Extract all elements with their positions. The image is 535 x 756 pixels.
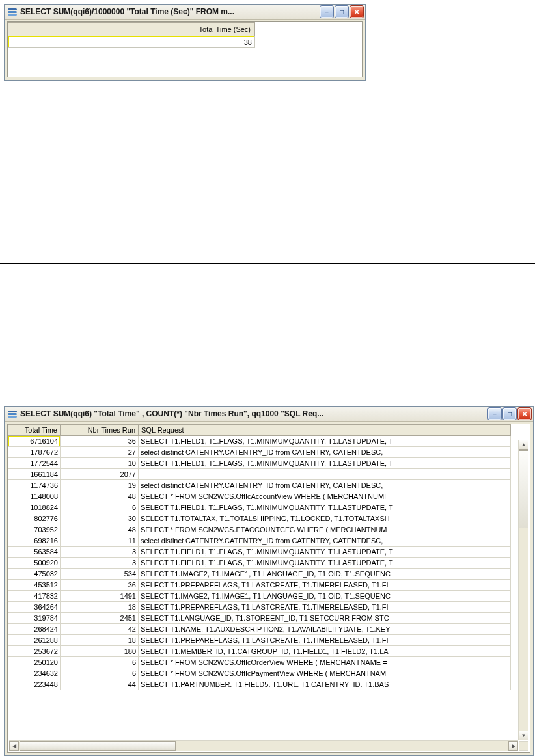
cell-sql-request[interactable]: SELECT * FROM SCN2WCS.OffIcPaymentView W…	[139, 668, 511, 679]
table-row[interactable]: 38	[8, 36, 255, 48]
cell-sql-request[interactable]: SELECT T1.IMAGE2, T1.IMAGE1, T1.LANGUAGE…	[139, 569, 511, 580]
cell-sql-request[interactable]: SELECT T1.IMAGE2, T1.IMAGE1, T1.LANGUAGE…	[139, 591, 511, 602]
cell-total-time[interactable]: 1174736	[8, 480, 61, 491]
cell-sql-request[interactable]	[139, 469, 511, 480]
cell-total-time[interactable]: 475032	[8, 569, 61, 580]
table-row[interactable]: 26842442SELECT T1.NAME, T1.AUXDESCRIPTIO…	[8, 624, 511, 635]
titlebar[interactable]: SELECT SUM(qqi6) "Total Time" , COUNT(*)…	[5, 407, 533, 422]
minimize-button[interactable]: –	[487, 407, 502, 420]
cell-sql-request[interactable]: SELECT T1.TOTALTAX, T1.TOTALSHIPPING, T1…	[139, 513, 511, 524]
scroll-down-button[interactable]: ▼	[519, 731, 528, 740]
cell-nbr-times-run[interactable]: 27	[61, 447, 139, 458]
cell-total-time[interactable]: 1787672	[8, 447, 61, 458]
table-row[interactable]: 26128818SELECT T1.PREPAREFLAGS, T1.LASTC…	[8, 635, 511, 646]
cell-nbr-times-run[interactable]: 48	[61, 524, 139, 535]
cell-sql-request[interactable]: SELECT T1.PREPAREFLAGS, T1.LASTCREATE, T…	[139, 580, 511, 591]
table-row[interactable]: 475032534SELECT T1.IMAGE2, T1.IMAGE1, T1…	[8, 569, 511, 580]
cell-sql-request[interactable]: SELECT T1.FIELD1, T1.FLAGS, T1.MINIMUMQU…	[139, 558, 511, 569]
cell-nbr-times-run[interactable]: 2077	[61, 469, 139, 480]
cell-nbr-times-run[interactable]: 2451	[61, 613, 139, 624]
cell-total-time[interactable]: 250120	[8, 657, 61, 668]
table-row[interactable]: 4178321491SELECT T1.IMAGE2, T1.IMAGE1, T…	[8, 591, 511, 602]
cell-nbr-times-run[interactable]: 6	[61, 657, 139, 668]
scroll-left-button[interactable]: ◀	[9, 741, 19, 751]
cell-total-time[interactable]: 6716104	[8, 436, 61, 447]
cell-nbr-times-run[interactable]: 534	[61, 569, 139, 580]
maximize-button[interactable]: □	[502, 407, 517, 420]
cell-sql-request[interactable]: SELECT T1.MEMBER_ID, T1.CATGROUP_ID, T1.…	[139, 646, 511, 657]
cell-nbr-times-run[interactable]: 18	[61, 602, 139, 613]
cell-sql-request[interactable]: SELECT T1.LANGUAGE_ID, T1.STOREENT_ID, T…	[139, 613, 511, 624]
cell-total-time[interactable]: 802776	[8, 513, 61, 524]
scroll-up-button[interactable]: ▲	[519, 440, 528, 450]
cell-nbr-times-run[interactable]: 44	[61, 679, 139, 690]
titlebar[interactable]: SELECT SUM(qqi6)/1000000 "Total Time (Se…	[5, 5, 365, 20]
table-row[interactable]: 5009203SELECT T1.FIELD1, T1.FLAGS, T1.MI…	[8, 558, 511, 569]
cell-total-time[interactable]: 563584	[8, 547, 61, 558]
cell-total-time[interactable]: 223448	[8, 679, 61, 690]
table-row[interactable]: 253672180SELECT T1.MEMBER_ID, T1.CATGROU…	[8, 646, 511, 657]
cell-total-time-sec[interactable]: 38	[8, 36, 255, 48]
cell-sql-request[interactable]: select distinct CATENTRY.CATENTRY_ID fro…	[139, 535, 511, 547]
cell-sql-request[interactable]: SELECT T1.PREPAREFLAGS, T1.LASTCREATE, T…	[139, 635, 511, 646]
scroll-thumb[interactable]	[20, 741, 176, 751]
cell-total-time[interactable]: 253672	[8, 646, 61, 657]
scroll-right-button[interactable]: ▶	[508, 741, 518, 751]
cell-sql-request[interactable]: SELECT T1.FIELD1, T1.FLAGS, T1.MINIMUMQU…	[139, 458, 511, 469]
cell-nbr-times-run[interactable]: 1491	[61, 591, 139, 602]
cell-sql-request[interactable]: SELECT T1.PARTNUMBER. T1.FIELD5. T1.URL.…	[139, 679, 511, 690]
cell-nbr-times-run[interactable]: 36	[61, 436, 139, 447]
cell-total-time[interactable]: 1661184	[8, 469, 61, 480]
table-row[interactable]: 69821611select distinct CATENTRY.CATENTR…	[8, 535, 511, 547]
table-row[interactable]: 16611842077	[8, 469, 511, 480]
close-button[interactable]: ✕	[350, 5, 364, 18]
query-result-window-sql-requests[interactable]: SELECT SUM(qqi6) "Total Time" , COUNT(*)…	[4, 406, 534, 756]
table-row[interactable]: 671610436SELECT T1.FIELD1, T1.FLAGS, T1.…	[8, 436, 511, 447]
cell-nbr-times-run[interactable]: 6	[61, 502, 139, 513]
cell-total-time[interactable]: 1148008	[8, 491, 61, 502]
cell-nbr-times-run[interactable]: 6	[61, 668, 139, 679]
cell-nbr-times-run[interactable]: 3	[61, 558, 139, 569]
query-result-window-total-time[interactable]: SELECT SUM(qqi6)/1000000 "Total Time (Se…	[4, 4, 366, 81]
maximize-button[interactable]: □	[335, 5, 349, 18]
table-row[interactable]: 177254410SELECT T1.FIELD1, T1.FLAGS, T1.…	[8, 458, 511, 469]
grid-scroll-area[interactable]: Total Time Nbr Times Run SQL Request 671…	[8, 424, 530, 752]
cell-total-time[interactable]: 234632	[8, 668, 61, 679]
table-row[interactable]: 80277630SELECT T1.TOTALTAX, T1.TOTALSHIP…	[8, 513, 511, 524]
vertical-scrollbar[interactable]: ▲ ▼	[518, 440, 528, 740]
table-row[interactable]: 2346326SELECT * FROM SCN2WCS.OffIcPaymen…	[8, 668, 511, 679]
col-header-total-time[interactable]: Total Time	[8, 425, 61, 436]
table-row[interactable]: 70395248SELECT * FROM SCN2WCS.ETACCOUNTC…	[8, 524, 511, 535]
cell-nbr-times-run[interactable]: 48	[61, 491, 139, 502]
table-row[interactable]: 5635843SELECT T1.FIELD1, T1.FLAGS, T1.MI…	[8, 547, 511, 558]
table-row[interactable]: 114800848SELECT * FROM SCN2WCS.OffIcAcco…	[8, 491, 511, 502]
cell-total-time[interactable]: 500920	[8, 558, 61, 569]
cell-sql-request[interactable]: SELECT T1.FIELD1, T1.FLAGS, T1.MINIMUMQU…	[139, 547, 511, 558]
cell-total-time[interactable]: 417832	[8, 591, 61, 602]
table-row[interactable]: 2501206SELECT * FROM SCN2WCS.OffIcOrderV…	[8, 657, 511, 668]
cell-sql-request[interactable]: SELECT T1.FIELD1, T1.FLAGS, T1.MINIMUMQU…	[139, 502, 511, 513]
cell-sql-request[interactable]: SELECT T1.FIELD1, T1.FLAGS, T1.MINIMUMQU…	[139, 436, 511, 447]
cell-sql-request[interactable]: SELECT * FROM SCN2WCS.ETACCOUNTCFG WHERE…	[139, 524, 511, 535]
cell-total-time[interactable]: 261288	[8, 635, 61, 646]
cell-nbr-times-run[interactable]: 18	[61, 635, 139, 646]
close-button[interactable]: ✕	[517, 407, 532, 420]
cell-total-time[interactable]: 319784	[8, 613, 61, 624]
minimize-button[interactable]: –	[320, 5, 334, 18]
cell-sql-request[interactable]: select distinct CATENTRY.CATENTRY_ID fro…	[139, 480, 511, 491]
result-grid[interactable]: Total Time (Sec) 38	[8, 22, 255, 48]
col-header-total-time-sec[interactable]: Total Time (Sec)	[8, 23, 255, 36]
cell-sql-request[interactable]: SELECT T1.NAME, T1.AUXDESCRIPTION2, T1.A…	[139, 624, 511, 635]
cell-sql-request[interactable]: select distinct CATENTRY.CATENTRY_ID fro…	[139, 447, 511, 458]
cell-total-time[interactable]: 703952	[8, 524, 61, 535]
table-row[interactable]: 45351236SELECT T1.PREPAREFLAGS, T1.LASTC…	[8, 580, 511, 591]
col-header-nbr-times-run[interactable]: Nbr Times Run	[61, 425, 139, 436]
table-row[interactable]: 10188246SELECT T1.FIELD1, T1.FLAGS, T1.M…	[8, 502, 511, 513]
cell-nbr-times-run[interactable]: 30	[61, 513, 139, 524]
table-row[interactable]: 22344844SELECT T1.PARTNUMBER. T1.FIELD5.…	[8, 679, 511, 690]
cell-nbr-times-run[interactable]: 36	[61, 580, 139, 591]
table-row[interactable]: 117473619select distinct CATENTRY.CATENT…	[8, 480, 511, 491]
col-header-sql-request[interactable]: SQL Request	[139, 425, 511, 436]
scroll-thumb[interactable]	[519, 450, 528, 528]
table-row[interactable]: 3197842451SELECT T1.LANGUAGE_ID, T1.STOR…	[8, 613, 511, 624]
